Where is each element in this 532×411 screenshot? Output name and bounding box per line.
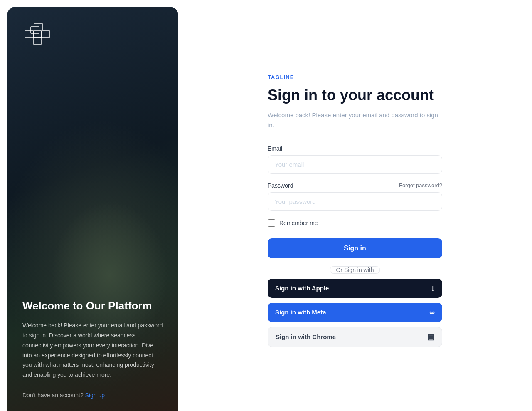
- svg-rect-3: [33, 31, 42, 37]
- form-title: Sign in to your account: [268, 86, 442, 104]
- apple-button-label: Sign in with Apple: [275, 285, 329, 292]
- logo-icon: [22, 22, 52, 46]
- welcome-desc: Welcome back! Please enter your email an…: [22, 321, 163, 380]
- no-account-text: Don't have an account?: [22, 392, 84, 399]
- apple-icon: : [432, 285, 435, 292]
- email-field-group: Email: [268, 145, 442, 174]
- sign-in-chrome-button[interactable]: Sign in with Chrome ▣: [268, 327, 442, 347]
- remember-me-checkbox[interactable]: [268, 219, 275, 227]
- logo-area: [22, 22, 163, 47]
- chrome-icon: ▣: [427, 333, 434, 341]
- sign-in-meta-button[interactable]: Sign in with Meta ∞: [268, 303, 442, 322]
- sign-in-apple-button[interactable]: Sign in with Apple : [268, 279, 442, 298]
- left-panel: Welcome to Our Platform Welcome back! Pl…: [7, 7, 178, 411]
- meta-button-label: Sign in with Meta: [275, 309, 326, 316]
- remember-me-row: Remember me: [268, 219, 442, 227]
- tagline-label: TAGLINE: [268, 74, 442, 80]
- chrome-button-label: Sign in with Chrome: [276, 333, 336, 340]
- sign-in-button[interactable]: Sign in: [268, 238, 442, 258]
- email-label: Email: [268, 145, 282, 152]
- form-container: TAGLINE Sign in to your account Welcome …: [268, 74, 442, 352]
- divider-label: Or Sign in with: [330, 266, 380, 274]
- signup-link[interactable]: Sign up: [85, 392, 105, 399]
- form-subtitle: Welcome back! Please enter your email an…: [268, 110, 442, 130]
- right-panel: TAGLINE Sign in to your account Welcome …: [178, 0, 532, 411]
- password-label: Password: [268, 182, 293, 189]
- password-input[interactable]: [268, 192, 442, 211]
- welcome-title: Welcome to Our Platform: [22, 299, 163, 313]
- svg-rect-2: [25, 31, 33, 37]
- svg-rect-5: [33, 37, 42, 44]
- password-field-group: Password Forgot password?: [268, 182, 442, 211]
- divider-row: Or Sign in with: [268, 270, 442, 270]
- email-input[interactable]: [268, 155, 442, 174]
- forgot-password-link[interactable]: Forgot password?: [399, 182, 442, 188]
- svg-rect-4: [42, 31, 50, 37]
- meta-icon: ∞: [429, 309, 435, 316]
- signup-row: Don't have an account? Sign up: [22, 392, 163, 399]
- remember-me-label: Remember me: [279, 220, 318, 226]
